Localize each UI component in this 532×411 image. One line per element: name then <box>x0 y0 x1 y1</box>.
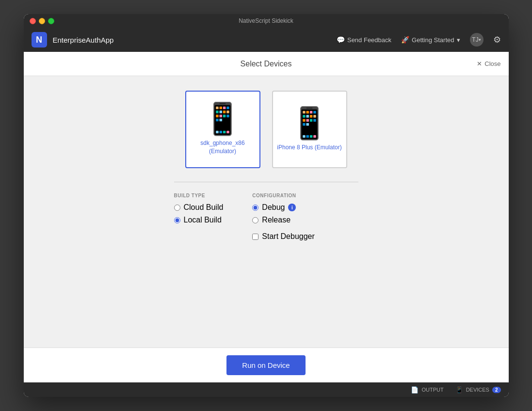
user-avatar[interactable]: TJ ▾ <box>470 33 484 47</box>
local-build-option[interactable]: Local Build <box>174 216 224 224</box>
header-bar: Select Devices ✕ Close <box>24 52 509 76</box>
nav-logo: N <box>32 32 47 47</box>
release-label: Release <box>262 216 290 224</box>
app-window: NativeScript Sidekick N EnterpriseAuthAp… <box>24 14 509 397</box>
send-feedback-label: Send Feedback <box>347 36 391 44</box>
send-feedback-button[interactable]: 💬 Send Feedback <box>337 36 391 44</box>
chat-icon: 💬 <box>337 36 345 44</box>
close-label: Close <box>484 60 500 67</box>
status-bar: 📄 OUTPUT 📱 DEVICES 2 <box>24 382 509 397</box>
getting-started-button[interactable]: 🚀 Getting Started ▾ <box>401 36 460 44</box>
device-card-android[interactable]: 📱 sdk_gphone_x86(Emulator) <box>185 91 260 168</box>
user-initials: TJ <box>472 36 478 43</box>
close-traffic-light[interactable] <box>30 18 36 24</box>
device-label-android: sdk_gphone_x86(Emulator) <box>200 139 244 156</box>
nav-bar: N EnterpriseAuthApp 💬 Send Feedback 🚀 Ge… <box>24 28 509 52</box>
rocket-icon: 🚀 <box>401 36 409 44</box>
start-debugger-row[interactable]: Start Debugger <box>252 232 315 241</box>
cloud-build-label: Cloud Build <box>184 203 224 212</box>
chevron-icon: ▾ <box>479 37 481 42</box>
output-label: OUTPUT <box>421 387 443 393</box>
debug-radio[interactable] <box>252 205 258 211</box>
run-on-device-button[interactable]: Run on Device <box>226 355 305 375</box>
window-title: NativeScript Sidekick <box>239 17 293 24</box>
start-debugger-checkbox[interactable] <box>252 234 258 240</box>
device-cards: 📱 sdk_gphone_x86(Emulator) 📱 iPhone 8 Pl… <box>185 91 347 168</box>
settings-icon[interactable]: ⚙ <box>493 34 501 45</box>
options-section: BUILD TYPE Cloud Build Local Build CONFI… <box>174 193 358 241</box>
devices-label: DEVICES <box>466 387 489 393</box>
debug-option[interactable]: Debug i <box>252 203 315 212</box>
chevron-down-icon: ▾ <box>457 36 460 44</box>
cloud-build-radio[interactable] <box>174 205 180 211</box>
release-option[interactable]: Release <box>252 216 315 224</box>
cloud-build-option[interactable]: Cloud Build <box>174 203 224 212</box>
start-debugger-label: Start Debugger <box>262 232 315 241</box>
build-type-label: BUILD TYPE <box>174 193 224 198</box>
local-build-radio[interactable] <box>174 217 180 223</box>
maximize-traffic-light[interactable] <box>48 18 54 24</box>
dialog-title: Select Devices <box>241 60 292 68</box>
nav-actions: 💬 Send Feedback 🚀 Getting Started ▾ TJ ▾… <box>337 33 501 47</box>
x-icon: ✕ <box>477 60 482 67</box>
close-button[interactable]: ✕ Close <box>477 60 500 67</box>
release-radio[interactable] <box>252 217 258 223</box>
local-build-label: Local Build <box>184 216 222 224</box>
configuration-group: CONFIGURATION Debug i Release Start Debu… <box>252 193 315 241</box>
section-divider <box>174 182 358 182</box>
traffic-lights <box>30 18 54 24</box>
devices-status-item[interactable]: 📱 DEVICES 2 <box>455 386 501 394</box>
minimize-traffic-light[interactable] <box>39 18 45 24</box>
device-label-iphone: iPhone 8 Plus (Emulator) <box>277 143 341 152</box>
output-status-item[interactable]: 📄 OUTPUT <box>411 386 443 394</box>
title-bar: NativeScript Sidekick <box>24 14 509 28</box>
bottom-bar: Run on Device <box>24 348 509 382</box>
debug-label: Debug <box>262 203 285 212</box>
configuration-label: CONFIGURATION <box>252 193 315 198</box>
output-icon: 📄 <box>411 386 419 394</box>
devices-count-badge: 2 <box>492 387 501 393</box>
devices-icon: 📱 <box>455 386 463 394</box>
phone-icon-android: 📱 <box>203 103 242 134</box>
app-name: EnterpriseAuthApp <box>53 36 114 44</box>
phone-icon-iphone: 📱 <box>290 108 329 139</box>
info-icon[interactable]: i <box>288 204 296 211</box>
getting-started-label: Getting Started <box>412 36 454 44</box>
build-type-group: BUILD TYPE Cloud Build Local Build <box>174 193 224 241</box>
device-card-iphone[interactable]: 📱 iPhone 8 Plus (Emulator) <box>272 91 347 168</box>
main-content: 📱 sdk_gphone_x86(Emulator) 📱 iPhone 8 Pl… <box>24 76 509 348</box>
